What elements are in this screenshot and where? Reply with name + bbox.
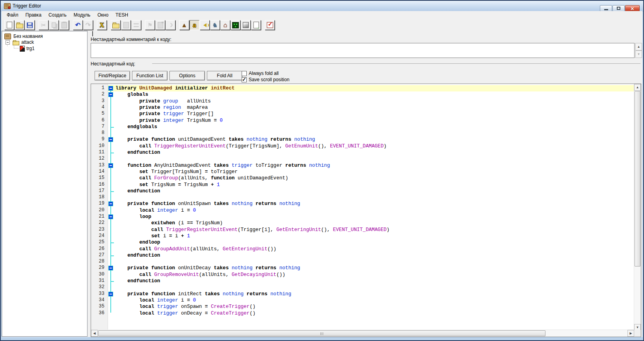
horizontal-scroll-thumb[interactable]	[98, 330, 545, 336]
undo-button[interactable]	[73, 20, 83, 30]
line-number: 29	[91, 265, 104, 270]
code-token: ==	[187, 220, 193, 226]
code-token: set	[139, 182, 148, 188]
code-line[interactable]: call TriggerRegisterUnitEvent(Trigger[Tr…	[115, 143, 387, 149]
code-line[interactable]: private region mapArea	[115, 104, 208, 111]
fold-collapse-icon[interactable]	[108, 292, 113, 296]
code-line[interactable]: private function unitDamagedEvent takes …	[115, 136, 315, 143]
line-number: 12	[91, 156, 104, 161]
code-line[interactable]: endfunction	[115, 188, 160, 194]
checkbox-icon[interactable]: ✓	[242, 71, 247, 76]
fold-all-button[interactable]: Fold All	[207, 71, 242, 80]
fold-collapse-icon[interactable]	[108, 92, 113, 97]
code-token: local	[139, 304, 154, 309]
menu-item-5[interactable]: TESH	[112, 11, 132, 19]
minimize-button[interactable]	[600, 5, 612, 11]
code-line[interactable]: endfunction	[115, 252, 160, 259]
comment-scrollbar[interactable]: ▲ ▼	[635, 43, 642, 58]
splitter-handle[interactable]	[92, 31, 93, 36]
object-manager-button[interactable]	[241, 20, 251, 30]
save-scroll-position-checkbox[interactable]: ✓Save scroll position	[242, 77, 289, 82]
vertical-scrollbar[interactable]: ▲ ▼	[634, 84, 641, 331]
open-map-button[interactable]	[15, 20, 24, 30]
code-line[interactable]: set TrigsNum = TrigsNum + 1	[115, 182, 220, 188]
comment-label: Нестандартный комментарий к коду:	[91, 37, 171, 42]
close-button[interactable]: ×	[625, 5, 640, 11]
scroll-down-icon[interactable]: ▼	[635, 50, 642, 58]
fold-collapse-icon[interactable]	[108, 163, 113, 168]
code-line[interactable]: endloop	[115, 239, 160, 246]
campaign-editor-button[interactable]	[220, 20, 230, 30]
code-line[interactable]: call GroupRemoveUnit(allUnits, GetDecayi…	[115, 272, 285, 278]
code-token: local	[139, 298, 154, 303]
code-line[interactable]: local trigger onSpawn = CreateTrigger()	[115, 304, 255, 310]
new-trigger-button	[121, 20, 131, 30]
menu-item-3[interactable]: Модуль	[70, 11, 94, 19]
object-editor-button[interactable]	[210, 20, 220, 30]
code-token: TrigsNum	[181, 182, 211, 188]
maximize-button[interactable]	[612, 5, 625, 11]
code-editor[interactable]: 1234567891011121314151617181920212223242…	[91, 84, 641, 337]
code-line[interactable]: private function onUnitDecay takes nothi…	[115, 265, 300, 271]
code-token	[214, 182, 217, 188]
vertical-scroll-thumb[interactable]	[635, 91, 640, 266]
sound-editor-button[interactable]	[200, 20, 210, 30]
code-line[interactable]: call GroupAddUnit(allUnits, GetEnteringU…	[115, 246, 276, 252]
code-line[interactable]: globals	[115, 91, 148, 98]
find-replace-button[interactable]: Find/Replace	[95, 71, 130, 80]
ai-editor-button[interactable]	[231, 20, 240, 30]
menu-item-1[interactable]: Правка	[22, 11, 45, 19]
comment-input[interactable]	[91, 43, 635, 58]
code-line[interactable]: local trigger onDecay = CreateTrigger()	[115, 310, 255, 317]
scroll-up-icon[interactable]: ▲	[634, 84, 641, 91]
options-button[interactable]: Options	[169, 71, 205, 80]
terrain-editor-button[interactable]	[179, 20, 189, 30]
scroll-left-icon[interactable]: ◀	[91, 330, 98, 337]
code-token: EVENT_UNIT_DAMAGED	[330, 143, 383, 149]
new-map-button[interactable]	[4, 20, 14, 30]
new-category-button[interactable]	[111, 20, 121, 30]
checkbox-icon[interactable]: ✓	[242, 77, 247, 82]
code-line[interactable]: endglobals	[115, 124, 157, 130]
scroll-right-icon[interactable]: ▶	[627, 330, 634, 337]
menu-item-2[interactable]: Создать	[45, 11, 70, 19]
scroll-up-icon[interactable]: ▲	[635, 43, 642, 50]
menu-item-0[interactable]: Файл	[3, 11, 22, 19]
code-line[interactable]: call ForGroup(allUnits, function unitDam…	[115, 175, 288, 181]
line-number: 17	[91, 188, 104, 194]
delete-button[interactable]	[97, 20, 107, 30]
code-token: GetEnteringUnit	[223, 246, 267, 252]
code-line[interactable]: local integer i = 0	[115, 297, 196, 304]
app-icon	[4, 3, 11, 9]
code-line[interactable]: exitwhen (i == TrigsNum)	[115, 220, 223, 226]
code-line[interactable]: endfunction	[115, 149, 160, 156]
fold-collapse-icon[interactable]	[108, 266, 113, 270]
save-map-button[interactable]	[25, 20, 35, 30]
code-line[interactable]: private integer TrigsNum = 0	[115, 117, 223, 124]
horizontal-scrollbar[interactable]: ◀ ▶	[91, 330, 634, 337]
fold-collapse-icon[interactable]	[108, 137, 113, 142]
code-line[interactable]: set i = i + 1	[115, 233, 190, 239]
menu-item-4[interactable]: Окно	[94, 11, 112, 19]
code-line[interactable]: library UnitDamaged initializer initRect	[115, 85, 235, 91]
code-line[interactable]: function AnyUnitDamagedEvent takes trigg…	[115, 162, 330, 169]
fold-collapse-icon[interactable]	[108, 86, 113, 91]
import-manager-button[interactable]	[251, 20, 261, 30]
code-line[interactable]: endfunction	[115, 278, 160, 284]
function-list-button[interactable]: Function List	[132, 71, 168, 80]
code-line[interactable]: loop	[115, 214, 151, 220]
fold-collapse-icon[interactable]	[108, 214, 113, 219]
code-token: endloop	[139, 240, 160, 245]
script-editor-button[interactable]	[190, 20, 199, 30]
code-line[interactable]: private group allUnits	[115, 98, 211, 104]
code-line[interactable]: set Trigger[TrigsNum] = toTrigger	[115, 169, 238, 175]
always-fold-all-checkbox[interactable]: ✓Always fold all	[242, 71, 279, 76]
code-line[interactable]: local integer i = 0	[115, 207, 196, 214]
test-map-button[interactable]	[265, 20, 275, 30]
collapse-expander-icon[interactable]	[6, 40, 10, 45]
code-line[interactable]: private function initRect takes nothing …	[115, 291, 291, 297]
code-line[interactable]: call TriggerRegisterUnitEvent(Trigger[i]…	[115, 227, 389, 233]
fold-collapse-icon[interactable]	[108, 201, 113, 206]
code-line[interactable]: private trigger Trigger[]	[115, 111, 214, 117]
code-line[interactable]: private function onUnitSpawn takes nothi…	[115, 201, 300, 207]
